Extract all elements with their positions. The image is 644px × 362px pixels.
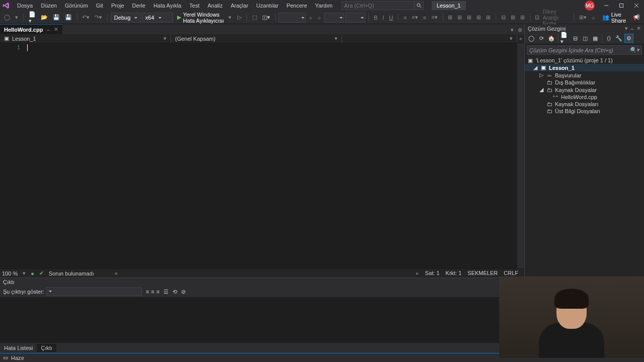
feedback-button[interactable]: 📢 — [631, 13, 642, 22]
output-btn-4: ☰ — [164, 289, 169, 295]
menu-edit[interactable]: Düzen — [37, 1, 61, 10]
empty-dropdown-1[interactable] — [278, 13, 306, 23]
tree-source-files[interactable]: ◢ 🗀 Kaynak Dosyalar — [525, 86, 644, 94]
issues-text: Sorun bulunamadı — [49, 270, 94, 277]
play-icon: ▶ — [177, 14, 181, 21]
scrollbar-vertical[interactable] — [517, 43, 524, 268]
toolbar-icon-end1[interactable]: ⊞▾ — [577, 13, 589, 22]
panel-close-icon[interactable]: ✕ — [636, 25, 641, 31]
search-input[interactable] — [344, 3, 412, 9]
issues-ok-icon: ✔ — [39, 270, 44, 277]
start-debug-button[interactable]: ▶ Yerel Windows Hata Ayıklayıcısı ▾ — [174, 11, 234, 25]
menu-file[interactable]: Dosya — [13, 1, 37, 10]
menu-help[interactable]: Yardım — [311, 1, 337, 10]
menu-analyze[interactable]: Analiz — [204, 1, 227, 10]
minimize-button[interactable] — [599, 0, 614, 11]
expander-icon[interactable]: ◢ — [533, 64, 538, 71]
tree-solution-root[interactable]: ▣ 'Lesson_1' çözümü (proje 1 / 1) — [525, 57, 644, 64]
menu-git[interactable]: Git — [92, 1, 107, 10]
save-all-button[interactable]: 💾 — [63, 13, 74, 22]
menu-debug[interactable]: Hata Ayıkla — [149, 1, 185, 10]
scope-global-label: (Genel Kapsam) — [175, 36, 215, 42]
tree-file-helloword[interactable]: ⁺⁺ HelloWord.cpp — [525, 94, 644, 101]
undo-button[interactable]: ↶▾ — [80, 13, 92, 22]
menu-build[interactable]: Derle — [128, 1, 149, 10]
folder-icon: 🗀 — [546, 79, 553, 85]
split-add-button[interactable]: + — [517, 34, 524, 43]
search-icon: 🔍▾ — [629, 47, 639, 53]
new-item-button[interactable]: 📄▾ — [27, 10, 38, 25]
layout-btn-7: ⊞ — [509, 13, 517, 22]
se-showall-icon[interactable]: 📄▾ — [560, 34, 570, 43]
output-text-area[interactable] — [0, 298, 524, 343]
search-button[interactable] — [415, 1, 424, 10]
pin-icon[interactable]: ⫠ — [46, 27, 51, 32]
se-collapse-icon[interactable]: ⊟ — [571, 34, 580, 43]
menu-test[interactable]: Test — [185, 1, 203, 10]
tab-error-list[interactable]: Hata Listesi — [0, 344, 37, 352]
se-properties-icon[interactable]: ▦ — [591, 34, 600, 43]
output-source-dropdown[interactable] — [46, 287, 142, 296]
se-refresh-icon[interactable]: ◫ — [581, 34, 590, 43]
empty-dropdown-2[interactable] — [324, 13, 344, 23]
solution-icon: ▣ — [527, 57, 534, 63]
underline-button: U — [387, 14, 395, 22]
open-button[interactable]: 📂 — [39, 13, 50, 22]
menu-window[interactable]: Pencere — [282, 1, 311, 10]
expander-icon[interactable]: ◢ — [539, 86, 544, 93]
menu-project[interactable]: Proje — [107, 1, 128, 10]
tree-references[interactable]: ▷ ▫▫ Başvurular — [525, 71, 644, 79]
code-editor[interactable] — [25, 43, 517, 268]
panel-dropdown-icon[interactable]: ▾ — [625, 25, 628, 31]
menu-tools[interactable]: Araçlar — [227, 1, 253, 10]
save-button[interactable]: 💾 — [51, 13, 62, 22]
search-box[interactable] — [342, 1, 415, 10]
maximize-button[interactable] — [614, 0, 629, 11]
zoom-level[interactable]: 100 % — [2, 270, 18, 277]
tree-external-deps[interactable]: 🗀 Dış Bağımlılıklar — [525, 79, 644, 86]
scope-member-dropdown[interactable]: ▾ — [342, 34, 517, 43]
output-wrap-button[interactable]: ⟲ — [173, 289, 177, 295]
status-ending: CRLF — [504, 270, 518, 277]
se-home2-icon[interactable]: 🏠 — [547, 34, 556, 43]
document-tab[interactable]: HelloWord.cpp ⫠ ✕ — [0, 24, 62, 34]
toolbar-icon-1[interactable]: ⬚ — [250, 13, 259, 22]
config-dropdown[interactable]: Debug — [111, 13, 141, 23]
solution-search-box[interactable]: Çözüm Gezgini İçinde Ara (Ctrl+ş) 🔍▾ — [527, 45, 642, 55]
menu-view[interactable]: Görünüm — [61, 1, 92, 10]
tab-output[interactable]: Çıktı — [37, 344, 56, 352]
platform-dropdown[interactable]: x64 — [142, 13, 173, 23]
expander-icon[interactable]: ▷ — [539, 72, 544, 78]
se-home-icon[interactable]: ◯ — [527, 34, 536, 43]
scope-project-dropdown[interactable]: ▣ Lesson_1 ▾ — [0, 34, 171, 43]
scope-global-dropdown[interactable]: (Genel Kapsam) ▾ — [171, 34, 342, 43]
toolbar-icon-2[interactable]: ◫▾ — [260, 13, 272, 22]
tree-header-files[interactable]: 🗀 Üst Bilgi Dosyaları — [525, 108, 644, 115]
se-preview-icon[interactable]: 🔧 — [614, 34, 623, 43]
se-view-icon[interactable]: ⟨⟩ — [604, 34, 613, 43]
toolbar-icon-end2[interactable]: ⟐ — [590, 14, 597, 22]
panel-pin-icon[interactable]: ⫠ — [629, 25, 635, 31]
se-sync-icon[interactable]: ⟳ — [537, 34, 546, 43]
menu-extensions[interactable]: Uzantılar — [252, 1, 282, 10]
diff-icon: ⊡ — [533, 13, 541, 22]
tab-close-icon[interactable]: ✕ — [54, 26, 58, 33]
se-filter-icon[interactable]: ⚙ — [624, 34, 633, 43]
tab-overflow-button[interactable]: ▾ — [509, 26, 516, 34]
user-avatar[interactable]: MG — [585, 1, 595, 11]
start-without-debug-button[interactable]: ▷ — [235, 13, 244, 22]
references-icon: ▫▫ — [546, 72, 553, 78]
output-clear-button[interactable]: ⊘ — [181, 289, 186, 295]
close-button[interactable] — [629, 0, 644, 11]
folder-icon: 🗀 — [546, 108, 553, 114]
live-share-button[interactable]: 👥 Live Share — [598, 11, 630, 25]
solution-explorer-title: Çözüm Gezgini — [528, 26, 566, 32]
toolbar-disabled-2: ⟐ — [315, 14, 323, 22]
nav-back-button[interactable]: ◯ — [2, 13, 12, 22]
tree-project[interactable]: ◢ ▣ Lesson_1 — [525, 64, 644, 71]
tab-plus-button[interactable]: ⊕ — [516, 26, 524, 34]
nav-fwd-button[interactable]: ▾ — [13, 13, 20, 22]
tree-resource-files[interactable]: 🗀 Kaynak Dosyaları — [525, 101, 644, 108]
redo-button[interactable]: ↷▾ — [93, 13, 104, 22]
empty-dropdown-3[interactable] — [345, 13, 365, 23]
